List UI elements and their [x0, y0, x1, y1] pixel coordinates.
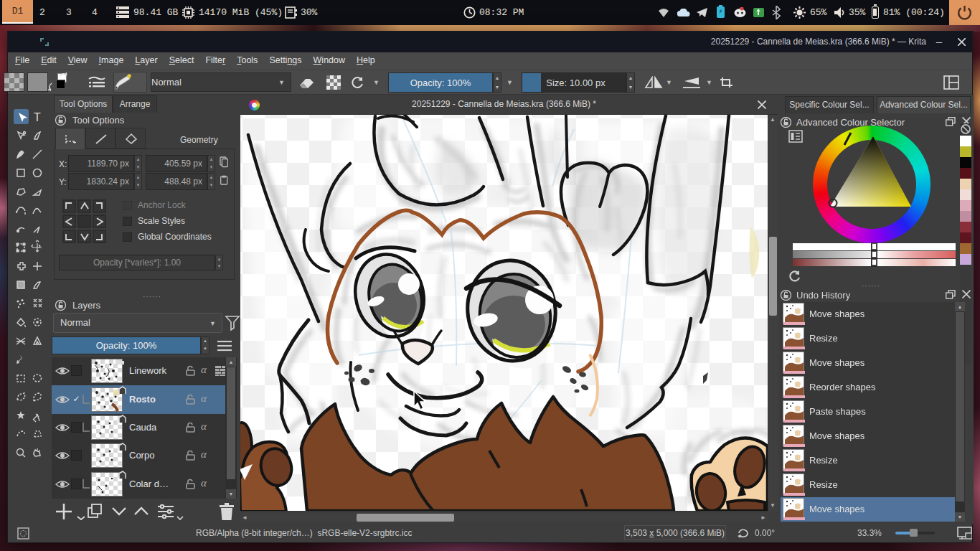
svg-text:T: T: [34, 111, 41, 123]
